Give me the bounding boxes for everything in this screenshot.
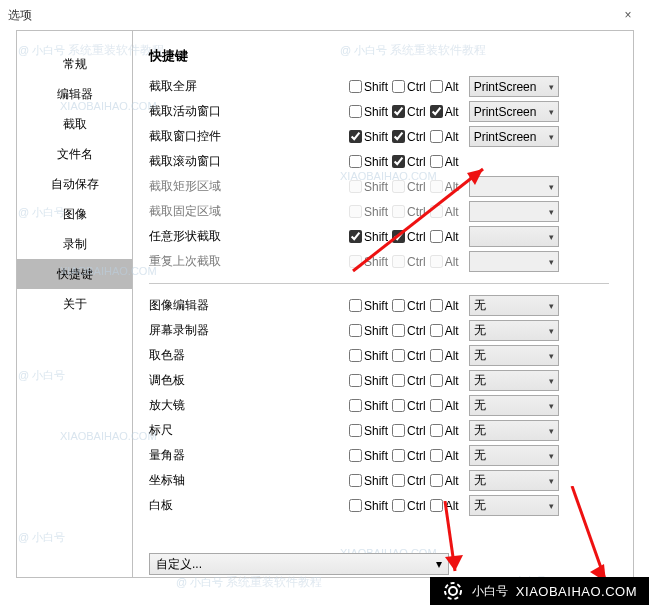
shift-checkbox[interactable]: Shift bbox=[349, 349, 388, 363]
shortcut-label: 调色板 bbox=[149, 372, 349, 389]
key-select[interactable]: PrintScreen▾ bbox=[469, 126, 559, 147]
shortcut-row: 截取窗口控件ShiftCtrlAltPrintScreen▾ bbox=[149, 125, 633, 148]
shortcut-row: 标尺ShiftCtrlAlt无▾ bbox=[149, 419, 633, 442]
shift-checkbox[interactable]: Shift bbox=[349, 230, 388, 244]
sidebar-item-4[interactable]: 自动保存 bbox=[17, 169, 132, 199]
shortcut-row: 截取固定区域ShiftCtrlAlt▾ bbox=[149, 200, 633, 223]
ctrl-checkbox[interactable]: Ctrl bbox=[392, 499, 426, 513]
alt-checkbox[interactable]: Alt bbox=[430, 449, 459, 463]
custom-select[interactable]: 自定义... ▾ bbox=[149, 553, 449, 575]
shortcut-row: 取色器ShiftCtrlAlt无▾ bbox=[149, 344, 633, 367]
chevron-down-icon: ▾ bbox=[436, 557, 442, 571]
sidebar-item-7[interactable]: 快捷键 bbox=[17, 259, 132, 289]
chevron-down-icon: ▾ bbox=[549, 351, 554, 361]
ctrl-checkbox[interactable]: Ctrl bbox=[392, 449, 426, 463]
shift-checkbox[interactable]: Shift bbox=[349, 499, 388, 513]
ctrl-checkbox[interactable]: Ctrl bbox=[392, 105, 426, 119]
shift-checkbox[interactable]: Shift bbox=[349, 80, 388, 94]
alt-checkbox[interactable]: Alt bbox=[430, 424, 459, 438]
close-button[interactable]: × bbox=[614, 1, 642, 29]
shortcut-group-1: 截取全屏ShiftCtrlAltPrintScreen▾截取活动窗口ShiftC… bbox=[149, 75, 633, 273]
key-select[interactable]: 无▾ bbox=[469, 370, 559, 391]
shortcut-row: 量角器ShiftCtrlAlt无▾ bbox=[149, 444, 633, 467]
shortcut-label: 重复上次截取 bbox=[149, 253, 349, 270]
alt-checkbox[interactable]: Alt bbox=[430, 80, 459, 94]
chevron-down-icon: ▾ bbox=[549, 301, 554, 311]
key-select[interactable]: 无▾ bbox=[469, 395, 559, 416]
ctrl-checkbox[interactable]: Ctrl bbox=[392, 130, 426, 144]
shift-checkbox[interactable]: Shift bbox=[349, 424, 388, 438]
chevron-down-icon: ▾ bbox=[549, 401, 554, 411]
window-title: 选项 bbox=[8, 7, 32, 24]
ctrl-checkbox[interactable]: Ctrl bbox=[392, 324, 426, 338]
alt-checkbox[interactable]: Alt bbox=[430, 349, 459, 363]
key-select[interactable]: PrintScreen▾ bbox=[469, 101, 559, 122]
alt-checkbox[interactable]: Alt bbox=[430, 474, 459, 488]
custom-select-label: 自定义... bbox=[156, 556, 202, 573]
ctrl-checkbox: Ctrl bbox=[392, 255, 426, 269]
key-select[interactable]: 无▾ bbox=[469, 470, 559, 491]
ctrl-checkbox[interactable]: Ctrl bbox=[392, 299, 426, 313]
shift-checkbox[interactable]: Shift bbox=[349, 299, 388, 313]
key-select[interactable]: 无▾ bbox=[469, 445, 559, 466]
svg-point-9 bbox=[445, 583, 461, 599]
chevron-down-icon: ▾ bbox=[549, 132, 554, 142]
shortcut-row: 放大镜ShiftCtrlAlt无▾ bbox=[149, 394, 633, 417]
chevron-down-icon: ▾ bbox=[549, 182, 554, 192]
shift-checkbox[interactable]: Shift bbox=[349, 324, 388, 338]
alt-checkbox[interactable]: Alt bbox=[430, 399, 459, 413]
shortcut-row: 重复上次截取ShiftCtrlAlt▾ bbox=[149, 250, 633, 273]
key-select[interactable]: ▾ bbox=[469, 226, 559, 247]
ctrl-checkbox[interactable]: Ctrl bbox=[392, 349, 426, 363]
alt-checkbox[interactable]: Alt bbox=[430, 324, 459, 338]
chevron-down-icon: ▾ bbox=[549, 376, 554, 386]
sidebar-item-1[interactable]: 编辑器 bbox=[17, 79, 132, 109]
sidebar-item-0[interactable]: 常规 bbox=[17, 49, 132, 79]
shift-checkbox: Shift bbox=[349, 255, 388, 269]
ctrl-checkbox[interactable]: Ctrl bbox=[392, 474, 426, 488]
svg-point-8 bbox=[449, 587, 457, 595]
alt-checkbox[interactable]: Alt bbox=[430, 499, 459, 513]
alt-checkbox[interactable]: Alt bbox=[430, 299, 459, 313]
titlebar: 选项 × bbox=[0, 0, 650, 30]
shortcut-label: 标尺 bbox=[149, 422, 349, 439]
ctrl-checkbox[interactable]: Ctrl bbox=[392, 399, 426, 413]
chevron-down-icon: ▾ bbox=[549, 326, 554, 336]
sidebar-item-3[interactable]: 文件名 bbox=[17, 139, 132, 169]
shift-checkbox[interactable]: Shift bbox=[349, 374, 388, 388]
ctrl-checkbox[interactable]: Ctrl bbox=[392, 80, 426, 94]
sidebar-item-8[interactable]: 关于 bbox=[17, 289, 132, 319]
ctrl-checkbox[interactable]: Ctrl bbox=[392, 424, 426, 438]
shortcut-label: 任意形状截取 bbox=[149, 228, 349, 245]
shortcut-row: 白板ShiftCtrlAlt无▾ bbox=[149, 494, 633, 517]
ctrl-checkbox[interactable]: Ctrl bbox=[392, 230, 426, 244]
separator bbox=[149, 283, 609, 284]
alt-checkbox[interactable]: Alt bbox=[430, 105, 459, 119]
key-select[interactable]: PrintScreen▾ bbox=[469, 76, 559, 97]
shift-checkbox[interactable]: Shift bbox=[349, 474, 388, 488]
shortcut-row: 截取全屏ShiftCtrlAltPrintScreen▾ bbox=[149, 75, 633, 98]
sidebar-item-2[interactable]: 截取 bbox=[17, 109, 132, 139]
shift-checkbox[interactable]: Shift bbox=[349, 105, 388, 119]
shift-checkbox[interactable]: Shift bbox=[349, 449, 388, 463]
shift-checkbox[interactable]: Shift bbox=[349, 155, 388, 169]
alt-checkbox: Alt bbox=[430, 255, 459, 269]
key-select[interactable]: 无▾ bbox=[469, 495, 559, 516]
sidebar-item-5[interactable]: 图像 bbox=[17, 199, 132, 229]
key-select[interactable]: 无▾ bbox=[469, 345, 559, 366]
key-select[interactable]: 无▾ bbox=[469, 420, 559, 441]
shift-checkbox[interactable]: Shift bbox=[349, 399, 388, 413]
alt-checkbox: Alt bbox=[430, 205, 459, 219]
key-select[interactable]: 无▾ bbox=[469, 320, 559, 341]
shortcut-label: 截取固定区域 bbox=[149, 203, 349, 220]
ctrl-checkbox[interactable]: Ctrl bbox=[392, 374, 426, 388]
sidebar-item-6[interactable]: 录制 bbox=[17, 229, 132, 259]
shift-checkbox[interactable]: Shift bbox=[349, 130, 388, 144]
alt-checkbox[interactable]: Alt bbox=[430, 374, 459, 388]
ctrl-checkbox[interactable]: Ctrl bbox=[392, 155, 426, 169]
alt-checkbox[interactable]: Alt bbox=[430, 130, 459, 144]
shortcut-label: 坐标轴 bbox=[149, 472, 349, 489]
alt-checkbox[interactable]: Alt bbox=[430, 230, 459, 244]
alt-checkbox[interactable]: Alt bbox=[430, 155, 459, 169]
key-select[interactable]: 无▾ bbox=[469, 295, 559, 316]
